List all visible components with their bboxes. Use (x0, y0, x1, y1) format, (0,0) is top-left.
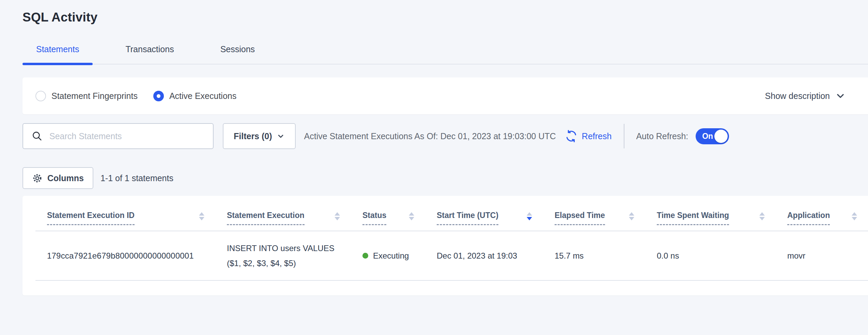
refresh-icon (565, 130, 578, 143)
columns-label: Columns (47, 173, 84, 183)
show-description-toggle[interactable]: Show description (765, 91, 846, 101)
header-time-spent-waiting[interactable]: Time Spent Waiting (645, 196, 776, 231)
table-toolbar: Columns 1-1 of 1 statements (22, 167, 868, 189)
filters-label: Filters (0) (234, 131, 272, 141)
search-input[interactable] (49, 131, 207, 142)
cell-statement: INSERT INTO users VALUES ($1, $2, $3, $4… (227, 241, 344, 271)
controls-row: Filters (0) Active Statement Executions … (22, 123, 868, 149)
as-of-timestamp: Active Statement Executions As Of: Dec 0… (304, 131, 556, 141)
divider (624, 124, 624, 148)
sort-arrows-icon[interactable] (199, 212, 204, 220)
statements-table-card: Statement Execution ID Statement Executi… (22, 196, 868, 295)
chevron-down-icon (277, 132, 285, 140)
cell-application: movr (776, 231, 868, 280)
auto-refresh-label: Auto Refresh: (636, 131, 688, 141)
gear-icon (32, 173, 43, 184)
tab-transactions[interactable]: Transactions (112, 44, 187, 64)
sort-arrows-icon[interactable] (409, 212, 414, 220)
status-dot-icon (362, 253, 368, 259)
columns-button[interactable]: Columns (22, 167, 93, 189)
toggle-knob-icon[interactable] (714, 130, 728, 143)
show-description-label: Show description (765, 91, 830, 101)
table-header-row: Statement Execution ID Statement Executi… (35, 196, 868, 231)
sort-arrows-icon[interactable] (629, 212, 634, 220)
sort-arrows-icon[interactable] (335, 212, 340, 220)
auto-refresh-toggle[interactable]: On (696, 128, 729, 144)
cell-elapsed-time: 15.7 ms (543, 231, 645, 280)
refresh-button[interactable]: Refresh (565, 130, 612, 143)
page-title: SQL Activity (22, 10, 868, 25)
refresh-label: Refresh (582, 131, 612, 141)
radio-label: Statement Fingerprints (51, 91, 138, 101)
radio-statement-fingerprints[interactable]: Statement Fingerprints (35, 91, 138, 101)
sort-arrows-icon[interactable] (852, 212, 857, 220)
sort-arrows-icon[interactable] (759, 212, 765, 220)
chevron-down-icon (835, 91, 846, 101)
header-status[interactable]: Status (351, 196, 425, 231)
radio-unselected-icon[interactable] (35, 91, 46, 101)
cell-execution-id[interactable]: 179cca7921e679b80000000000000001 (47, 251, 194, 260)
search-icon (31, 130, 43, 142)
cell-time-spent-waiting: 0.0 ns (645, 231, 776, 280)
header-elapsed-time[interactable]: Elapsed Time (543, 196, 645, 231)
tab-statements[interactable]: Statements (22, 44, 93, 64)
sort-arrows-icon[interactable] (527, 212, 532, 220)
search-box[interactable] (22, 123, 214, 149)
header-start-time[interactable]: Start Time (UTC) (425, 196, 543, 231)
header-statement-execution-id[interactable]: Statement Execution ID (35, 196, 215, 231)
view-mode-card: Statement Fingerprints Active Executions… (22, 77, 868, 114)
sql-activity-page: SQL Activity Statements Transactions Ses… (0, 0, 868, 295)
radio-active-executions[interactable]: Active Executions (153, 91, 236, 101)
radio-selected-icon[interactable] (153, 91, 164, 101)
cell-start-time: Dec 01, 2023 at 19:03 (425, 231, 543, 280)
result-count: 1-1 of 1 statements (100, 173, 173, 183)
tab-bar: Statements Transactions Sessions (22, 44, 868, 64)
cell-status: Executing (373, 251, 409, 261)
table-row[interactable]: 179cca7921e679b80000000000000001 INSERT … (35, 231, 868, 280)
active-executions-table: Statement Execution ID Statement Executi… (35, 196, 868, 281)
header-application[interactable]: Application (776, 196, 868, 231)
radio-label: Active Executions (169, 91, 236, 101)
tab-sessions[interactable]: Sessions (207, 44, 268, 64)
header-statement-execution[interactable]: Statement Execution (215, 196, 351, 231)
toggle-state-label: On (702, 132, 713, 141)
filters-button[interactable]: Filters (0) (223, 123, 296, 149)
